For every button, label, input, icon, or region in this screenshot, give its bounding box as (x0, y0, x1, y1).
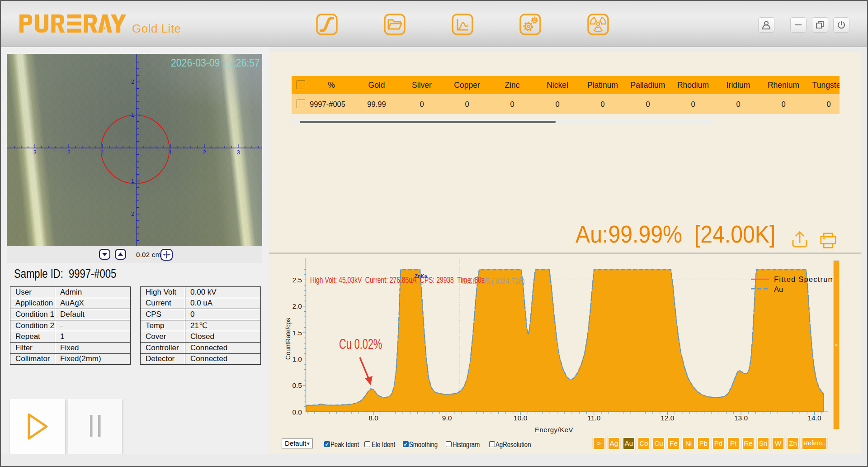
svg-text:2: 2 (131, 211, 134, 217)
svg-text:2: 2 (131, 79, 134, 85)
svg-text:0.0: 0.0 (292, 408, 302, 416)
svg-text:1.5: 1.5 (292, 329, 302, 337)
svg-text:2.0: 2.0 (292, 302, 302, 310)
svg-text:Fitted Spectrum: Fitted Spectrum (774, 275, 835, 283)
svg-text:0.5: 0.5 (292, 381, 302, 389)
svg-text:8.0: 8.0 (368, 414, 378, 422)
svg-text:1.0: 1.0 (292, 355, 302, 363)
svg-text:2: 2 (203, 149, 206, 156)
svg-text:9.0: 9.0 (442, 414, 452, 422)
svg-text:Au: Au (774, 285, 783, 293)
svg-text:12.0: 12.0 (660, 414, 675, 422)
svg-text:2: 2 (67, 149, 71, 156)
svg-text:3: 3 (33, 149, 37, 156)
svg-text:13.0: 13.0 (734, 414, 748, 422)
svg-text:11.0: 11.0 (587, 414, 600, 422)
svg-text:10.0: 10.0 (514, 414, 528, 422)
svg-text:2.5: 2.5 (292, 276, 302, 284)
svg-text:14.0: 14.0 (808, 414, 822, 422)
svg-text:3: 3 (237, 149, 240, 156)
